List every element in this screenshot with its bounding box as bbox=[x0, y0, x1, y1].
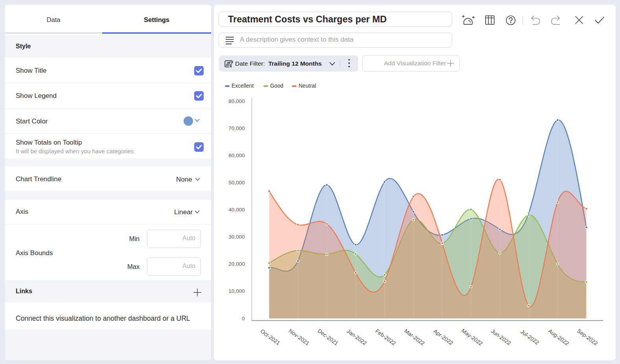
svg-text:70,000: 70,000 bbox=[228, 125, 245, 131]
svg-text:Apr-2022: Apr-2022 bbox=[432, 328, 454, 346]
svg-text:Feb-2022: Feb-2022 bbox=[374, 327, 397, 346]
svg-text:Jun-2022: Jun-2022 bbox=[490, 328, 512, 346]
svg-text:Mar-2022: Mar-2022 bbox=[403, 327, 426, 346]
svg-text:Oct-2021: Oct-2021 bbox=[259, 328, 281, 346]
svg-text:Nov-2021: Nov-2021 bbox=[288, 327, 311, 347]
svg-text:20,000: 20,000 bbox=[228, 261, 245, 267]
svg-text:0: 0 bbox=[242, 316, 245, 322]
svg-text:30,000: 30,000 bbox=[228, 234, 245, 240]
svg-text:Jul-2022: Jul-2022 bbox=[519, 328, 540, 346]
svg-text:May-2022: May-2022 bbox=[460, 327, 484, 347]
svg-text:50,000: 50,000 bbox=[228, 180, 245, 186]
svg-text:Dec-2021: Dec-2021 bbox=[316, 327, 340, 347]
svg-text:10,000: 10,000 bbox=[228, 288, 245, 294]
svg-text:Aug-2022: Aug-2022 bbox=[547, 327, 570, 347]
svg-text:60,000: 60,000 bbox=[228, 153, 245, 158]
svg-text:Jan-2022: Jan-2022 bbox=[346, 328, 368, 346]
svg-text:Sep-2022: Sep-2022 bbox=[576, 327, 599, 347]
svg-text:80,000: 80,000 bbox=[228, 98, 245, 104]
svg-text:40,000: 40,000 bbox=[228, 207, 245, 213]
